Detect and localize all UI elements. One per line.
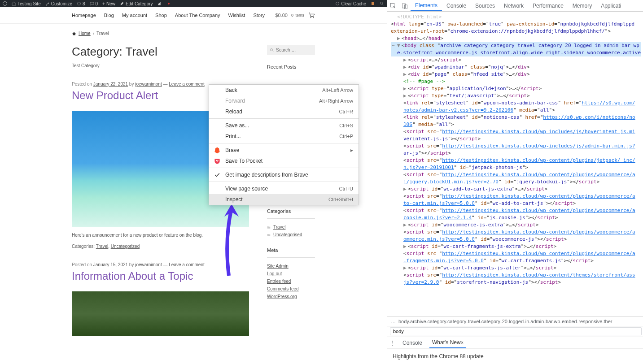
ctx-imgdesc[interactable]: Get image descriptions from Brave	[209, 169, 359, 180]
svg-rect-3	[160, 2, 161, 5]
devtools-panel: Elements Console Sources Network Perform…	[387, 0, 643, 364]
cart-amount: $0.00	[275, 13, 288, 18]
breadcrumb-home[interactable]: Home	[79, 31, 91, 36]
device-toggle-icon[interactable]	[399, 0, 411, 11]
admin-site-label: Testing Site	[17, 1, 41, 6]
ctx-print[interactable]: Print...Ctrl+P	[209, 131, 359, 142]
site-header: Homepage Blog My account Shop About The …	[0, 7, 387, 24]
context-menu: BackAlt+Left Arrow ForwardAlt+Right Arro…	[209, 84, 359, 205]
cart-link[interactable]: $0.00 0 items	[275, 12, 315, 19]
ctx-separator	[209, 168, 359, 168]
crumb-body[interactable]: body.archive.category.category-travel.ca…	[398, 319, 612, 324]
post-date-link[interactable]: January 22, 2021	[93, 82, 128, 87]
post-author-link[interactable]: joewarnimont	[135, 82, 162, 87]
admin-new[interactable]: + New	[102, 1, 115, 6]
search-input[interactable]	[276, 48, 312, 52]
cache-label: Clear Cache	[341, 1, 366, 6]
ctx-back[interactable]: BackAlt+Left Arrow	[209, 85, 359, 95]
breadcrumb-current: Travel	[96, 31, 109, 36]
meta-link[interactable]: Site Admin	[267, 264, 289, 269]
elements-tree[interactable]: <!DOCTYPE html> <html lang="en-US" pwa-l…	[387, 12, 643, 316]
post-title[interactable]: Information About a Topic	[72, 270, 249, 282]
cat-link[interactable]: Uncategorised	[273, 232, 302, 237]
nav-about[interactable]: About The Company	[175, 13, 220, 18]
meta-link[interactable]: Log out	[267, 271, 282, 276]
drawer-tabs: ⋮ Console What's New ×	[387, 337, 643, 348]
tab-elements[interactable]: Elements	[411, 0, 442, 11]
tab-memory[interactable]: Memory	[568, 0, 596, 11]
list-item: Travel	[267, 223, 315, 231]
svg-point-8	[311, 17, 311, 18]
home-icon	[72, 31, 76, 36]
admin-site-name[interactable]: Testing Site	[12, 1, 41, 6]
page-title: Category: Travel	[72, 45, 249, 59]
post-meta: Posted on January 15, 2021 by joewarnimo…	[72, 262, 249, 267]
admin-search-icon[interactable]	[380, 1, 384, 6]
nav-shop[interactable]: Shop	[155, 13, 167, 18]
post-categories: Categories: Travel, Uncategorized	[72, 244, 249, 249]
post-excerpt: Here's an announcement for a new product…	[72, 233, 249, 238]
nav-homepage[interactable]: Homepage	[72, 13, 96, 18]
breadcrumb-sep: ›	[93, 31, 94, 36]
nav-blog[interactable]: Blog	[104, 13, 114, 18]
ctx-pocket[interactable]: Save To Pocket	[209, 156, 359, 166]
cart-icon	[308, 12, 315, 19]
post-date-link[interactable]: January 15, 2021	[93, 262, 128, 267]
cat-link[interactable]: Travel	[273, 225, 285, 230]
svg-point-9	[313, 17, 314, 18]
chevron-right-icon: ▸	[350, 147, 353, 153]
category-description: Test Category	[72, 63, 249, 68]
tab-network[interactable]: Network	[499, 0, 528, 11]
drawer-tab-whatsnew[interactable]: What's New ×	[429, 337, 466, 348]
ctx-source[interactable]: View page sourceCtrl+U	[209, 183, 359, 194]
post-featured-image[interactable]	[72, 291, 249, 336]
filter-input[interactable]	[390, 327, 642, 335]
admin-comments[interactable]: 0	[90, 1, 98, 6]
wp-admin-bar[interactable]: Testing Site Customize 8 0 + New Edit Ca…	[0, 0, 387, 7]
meta-link[interactable]: Comments feed	[267, 286, 299, 291]
drawer-menu-icon[interactable]: ⋮	[390, 340, 395, 346]
tab-console[interactable]: Console	[442, 0, 471, 11]
svg-point-7	[381, 2, 383, 4]
admin-updates[interactable]: 8	[77, 1, 85, 6]
cat-link-uncat[interactable]: Uncategorized	[111, 244, 140, 249]
nav-account[interactable]: My account	[122, 13, 147, 18]
post-comment-link[interactable]: Leave a comment	[169, 82, 205, 87]
ctx-inspect[interactable]: InspectCtrl+Shift+I	[209, 194, 359, 205]
ctx-saveas[interactable]: Save as...Ctrl+S	[209, 120, 359, 131]
svg-rect-6	[372, 2, 374, 5]
admin-stats-icon[interactable]	[157, 1, 162, 6]
svg-rect-2	[159, 3, 160, 5]
devtools-breadcrumb[interactable]: … body.archive.category.category-travel.…	[387, 316, 643, 326]
tab-application[interactable]: Applicati	[596, 0, 626, 11]
widget-title-recent: Recent Posts	[267, 64, 315, 69]
devtools-filter	[387, 326, 643, 337]
admin-notif-icon[interactable]	[166, 1, 171, 6]
ctx-brave[interactable]: Brave▸	[209, 145, 359, 156]
updates-count: 8	[83, 1, 85, 6]
post-comment-link[interactable]: Leave a comment	[169, 262, 205, 267]
nav-wishlist[interactable]: Wishlist	[228, 13, 245, 18]
ctx-forward[interactable]: ForwardAlt+Right Arrow	[209, 95, 359, 106]
admin-user-icon[interactable]	[371, 1, 375, 6]
tab-performance[interactable]: Performance	[528, 0, 568, 11]
drawer-tab-console[interactable]: Console	[400, 337, 425, 348]
ctx-reload[interactable]: ReloadCtrl+R	[209, 106, 359, 117]
nav-story[interactable]: Story	[253, 13, 265, 18]
post-author-link[interactable]: joewarnimont	[135, 262, 162, 267]
cat-link-travel[interactable]: Travel	[96, 244, 108, 249]
meta-link[interactable]: WordPress.org	[267, 294, 297, 299]
meta-link[interactable]: Entries feed	[267, 279, 291, 284]
customize-label: Customize	[51, 1, 72, 6]
tab-sources[interactable]: Sources	[471, 0, 499, 11]
ctx-separator	[209, 118, 359, 119]
inspect-element-icon[interactable]	[387, 0, 399, 11]
search-widget[interactable]	[267, 45, 315, 55]
admin-customize[interactable]: Customize	[45, 1, 72, 6]
close-icon[interactable]: ×	[461, 340, 464, 345]
admin-edit[interactable]: Edit Category	[120, 1, 153, 6]
comments-count: 0	[96, 1, 98, 6]
admin-cache[interactable]: Clear Cache	[335, 1, 366, 6]
list-item: Site Admin	[267, 262, 315, 270]
wp-logo-icon[interactable]	[3, 1, 7, 6]
